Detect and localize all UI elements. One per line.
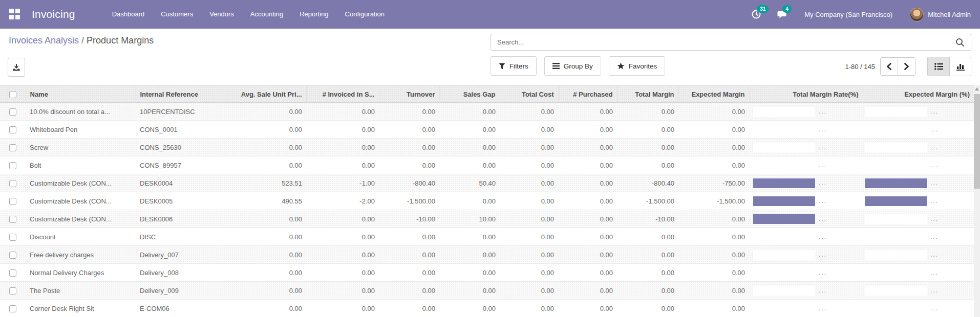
cell-ref: 10PERCENTDISC: [136, 103, 227, 121]
group-by-button[interactable]: Group By: [544, 56, 601, 76]
cell-name: The Poste: [26, 282, 136, 300]
column-header-total_margin[interactable]: Total Margin: [617, 86, 678, 103]
scrollbar-thumb[interactable]: [974, 94, 980, 189]
pager-previous-button[interactable]: [880, 57, 898, 76]
menu-item-dashboard[interactable]: Dashboard: [104, 0, 153, 29]
export-button[interactable]: [8, 58, 25, 77]
cell-expected-margin: -750.00: [678, 174, 749, 192]
bar-ellipsis: ...: [930, 305, 939, 312]
cell-invoiced: 0.00: [306, 264, 379, 282]
table-row[interactable]: BoltCONS_899570.000.000.000.000.000.000.…: [0, 156, 974, 174]
column-header-total_cost[interactable]: Total Cost: [500, 86, 558, 103]
table-row[interactable]: The PosteDelivery_0090.000.000.000.000.0…: [0, 282, 974, 300]
chevron-right-icon: [904, 63, 909, 70]
favorites-button[interactable]: Favorites: [609, 56, 666, 76]
column-header-ref[interactable]: Internal Reference: [136, 86, 227, 103]
table-row[interactable]: Free delivery chargesDelivery_0070.000.0…: [0, 246, 974, 264]
cell-turnover: 0.00: [379, 300, 439, 317]
row-checkbox[interactable]: [9, 198, 16, 205]
row-select-cell: [0, 174, 26, 192]
row-checkbox[interactable]: [9, 234, 16, 241]
total-margin-rate-bar-fill: [753, 214, 815, 224]
company-switcher[interactable]: My Company (San Francisco): [804, 11, 892, 18]
column-header-avg_sale[interactable]: Avg. Sale Unit Pri...: [227, 86, 306, 103]
row-checkbox[interactable]: [9, 269, 16, 277]
row-checkbox[interactable]: [9, 252, 16, 259]
cell-total-cost: 0.00: [500, 300, 558, 317]
vertical-scrollbar[interactable]: [974, 85, 980, 317]
messages-menu-button[interactable]: 4: [777, 9, 787, 19]
column-header-invoiced[interactable]: # Invoiced in S...: [306, 86, 379, 103]
cell-expected-rate-fill: ...: [863, 210, 974, 228]
user-menu[interactable]: Mitchell Admin: [910, 8, 971, 21]
cell-ref: CONS_0001: [136, 121, 227, 139]
cell-margin-rate-fill: ...: [749, 210, 863, 228]
apps-menu-button[interactable]: [9, 9, 20, 20]
row-checkbox[interactable]: [9, 108, 16, 116]
row-checkbox[interactable]: [9, 162, 16, 169]
search-input[interactable]: [491, 38, 949, 46]
menu-item-customers[interactable]: Customers: [153, 0, 201, 29]
cell-purchased: 0.00: [558, 282, 617, 300]
expected-margin-rate-bar: [865, 196, 927, 206]
row-select-cell: [0, 192, 26, 210]
cell-purchased: 0.00: [558, 174, 617, 192]
expected-margin-rate-bar: [865, 232, 927, 242]
cell-purchased: 0.00: [558, 300, 617, 317]
column-header-turnover[interactable]: Turnover: [379, 86, 439, 103]
cell-total-cost: 0.00: [500, 121, 558, 139]
column-header-margin_rate_fill[interactable]: Total Margin Rate(%): [749, 86, 863, 103]
table-row[interactable]: Corner Desk Right SitE-COM060.000.000.00…: [0, 300, 974, 317]
graph-view-button[interactable]: [949, 57, 971, 76]
breadcrumb: Invoices Analysis / Product Margins: [9, 35, 154, 46]
row-checkbox[interactable]: [9, 144, 16, 151]
column-header-name[interactable]: Name: [26, 86, 136, 103]
cell-margin-rate-fill: ...: [749, 228, 863, 246]
table-row[interactable]: Customizable Desk (CON...DESK0005490.55-…: [0, 192, 974, 210]
pager-range: 1-80 / 145: [845, 63, 875, 71]
cell-total-margin: 0.00: [617, 156, 678, 174]
column-header-sales_gap[interactable]: Sales Gap: [439, 86, 500, 103]
pager-next-button[interactable]: [898, 57, 915, 76]
column-header-expected_rate_fill[interactable]: Expected Margin (%): [863, 86, 974, 103]
product-margins-table: NameInternal ReferenceAvg. Sale Unit Pri…: [0, 85, 974, 317]
table-row[interactable]: Customizable Desk (CON...DESK0004523.51-…: [0, 174, 974, 192]
filters-button[interactable]: Filters: [491, 56, 537, 76]
table-row[interactable]: Normal Delivery ChargesDelivery_0080.000…: [0, 264, 974, 282]
cell-ref: Delivery_007: [136, 246, 227, 264]
list-view-button[interactable]: [928, 57, 949, 76]
table-row[interactable]: Customizable Desk (CON...DESK00060.000.0…: [0, 210, 974, 228]
table-row[interactable]: DiscountDISC0.000.000.000.000.000.000.00…: [0, 228, 974, 246]
scroll-up-arrow-icon[interactable]: [975, 87, 979, 90]
row-checkbox[interactable]: [9, 305, 16, 312]
menu-item-reporting[interactable]: Reporting: [291, 0, 336, 29]
column-header-expected_margin[interactable]: Expected Margin: [678, 86, 749, 103]
cell-margin-rate-fill: ...: [749, 174, 863, 192]
table-row[interactable]: ScrewCONS_256300.000.000.000.000.000.000…: [0, 139, 974, 156]
table-row[interactable]: Whiteboard PenCONS_00010.000.000.000.000…: [0, 121, 974, 139]
row-checkbox[interactable]: [9, 216, 16, 223]
menu-item-configuration[interactable]: Configuration: [337, 0, 393, 29]
cell-name: Corner Desk Right Sit: [26, 300, 136, 317]
activity-menu-button[interactable]: 31: [751, 9, 761, 19]
cell-turnover: 0.00: [379, 103, 439, 121]
breadcrumb-parent-link[interactable]: Invoices Analysis: [9, 35, 79, 46]
column-header-purchased[interactable]: # Purchased: [558, 86, 617, 103]
cell-sales-gap: 0.00: [439, 192, 500, 210]
search-icon[interactable]: [949, 38, 971, 47]
cell-name: Normal Delivery Charges: [26, 264, 136, 282]
cell-invoiced: 0.00: [306, 300, 379, 317]
row-checkbox[interactable]: [9, 180, 16, 187]
apps-grid-icon: [9, 9, 14, 13]
app-name[interactable]: Invoicing: [32, 8, 75, 20]
table-row[interactable]: 10.0% discount on total a...10PERCENTDIS…: [0, 103, 974, 121]
cell-name: 10.0% discount on total a...: [26, 103, 136, 121]
menu-item-vendors[interactable]: Vendors: [201, 0, 242, 29]
cell-purchased: 0.00: [558, 156, 617, 174]
cell-sales-gap: 0.00: [439, 103, 500, 121]
row-checkbox[interactable]: [9, 287, 16, 295]
select-all-checkbox[interactable]: [9, 91, 16, 98]
bar-ellipsis: ...: [930, 251, 939, 258]
menu-item-accounting[interactable]: Accounting: [242, 0, 291, 29]
row-checkbox[interactable]: [9, 126, 16, 133]
